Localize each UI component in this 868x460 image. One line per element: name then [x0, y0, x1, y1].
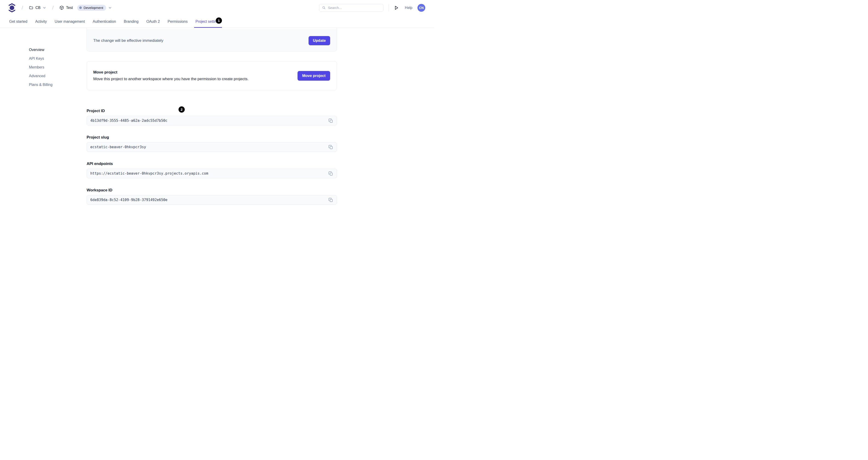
search-input[interactable]	[328, 6, 380, 10]
project-slug-label: Project slug	[87, 135, 337, 140]
api-endpoints-value: https://ecstatic-beaver-0hkvpcr3sy.proje…	[90, 172, 208, 176]
sidebar-item-plans-billing[interactable]: Plans & Billing	[29, 81, 87, 89]
tab-permissions[interactable]: Permissions	[168, 16, 188, 28]
header-actions: Help CN	[319, 4, 425, 12]
search-box[interactable]	[319, 4, 383, 12]
breadcrumb-separator: /	[22, 5, 23, 11]
sidebar-item-members[interactable]: Members	[29, 63, 87, 72]
play-icon[interactable]	[394, 5, 399, 10]
annotation-mark-2: 2	[179, 106, 185, 113]
move-project-text: Move project Move this project to anothe…	[93, 70, 249, 81]
annotation-mark-1: 1	[216, 18, 222, 24]
folder-icon	[29, 5, 33, 10]
ory-logo-icon[interactable]	[8, 3, 16, 13]
settings-sidebar: Overview API Keys Members Advanced Plans…	[0, 28, 87, 89]
project-slug-box: ecstatic-beaver-0hkvpcr3sy	[87, 142, 337, 152]
main-area: Overview API Keys Members Advanced Plans…	[0, 28, 434, 214]
move-project-button[interactable]: Move project	[298, 71, 330, 81]
project-breadcrumb[interactable]: Test Development	[60, 5, 112, 11]
breadcrumb-separator: /	[52, 5, 54, 11]
copy-icon	[328, 171, 333, 176]
header-divider	[389, 4, 389, 11]
tab-activity[interactable]: Activity	[35, 16, 47, 28]
move-project-description: Move this project to another workspace w…	[93, 77, 249, 81]
environment-label: Development	[84, 6, 103, 10]
project-name: Test	[66, 6, 72, 10]
workspace-breadcrumb[interactable]: CB	[29, 5, 46, 10]
project-slug-value: ecstatic-beaver-0hkvpcr3sy	[90, 145, 146, 149]
copy-project-id-button[interactable]	[328, 118, 334, 124]
chevron-down-icon	[108, 6, 112, 10]
copy-project-slug-button[interactable]	[328, 144, 334, 150]
chevron-down-icon	[42, 6, 46, 10]
tab-branding[interactable]: Branding	[124, 16, 138, 28]
sidebar-item-overview[interactable]: Overview	[29, 45, 87, 54]
copy-workspace-id-button[interactable]	[328, 197, 334, 203]
tab-get-started[interactable]: Get started	[9, 16, 27, 28]
sidebar-item-advanced[interactable]: Advanced	[29, 72, 87, 81]
project-identity-fields: Project ID 4b13df9d-3555-4485-a62a-2adc5…	[87, 109, 337, 205]
copy-icon	[328, 118, 333, 123]
copy-icon	[328, 145, 333, 150]
copy-api-endpoints-button[interactable]	[328, 171, 334, 177]
sidebar-item-api-keys[interactable]: API Keys	[29, 54, 87, 63]
workspace-name: CB	[35, 6, 40, 10]
environment-badge: Development	[77, 5, 106, 11]
project-id-value: 4b13df9d-3555-4485-a62a-2adc55d7b50c	[90, 119, 167, 123]
update-message: The change will be effective immediately	[93, 38, 163, 43]
move-project-card: Move project Move this project to anothe…	[87, 61, 337, 90]
top-header: / CB / Test Development	[0, 0, 434, 16]
package-icon	[60, 5, 64, 10]
api-endpoints-field: API endpoints https://ecstatic-beaver-0h…	[87, 161, 337, 178]
update-card-footer: The change will be effective immediately…	[87, 30, 337, 51]
workspace-id-value: 6de839da-8c52-4109-9b28-3791492e650e	[90, 198, 167, 202]
tab-authentication[interactable]: Authentication	[93, 16, 116, 28]
tab-user-management[interactable]: User management	[55, 16, 85, 28]
update-card-body-cut	[87, 28, 337, 30]
project-id-box: 4b13df9d-3555-4485-a62a-2adc55d7b50c	[87, 116, 337, 125]
api-endpoints-label: API endpoints	[87, 161, 337, 166]
avatar[interactable]: CN	[417, 4, 425, 12]
api-endpoints-box: https://ecstatic-beaver-0hkvpcr3sy.proje…	[87, 168, 337, 178]
settings-content: The change will be effective immediately…	[87, 28, 337, 214]
update-button[interactable]: Update	[309, 36, 330, 45]
tab-oauth2[interactable]: OAuth 2	[146, 16, 160, 28]
project-slug-field: Project slug ecstatic-beaver-0hkvpcr3sy	[87, 135, 337, 152]
workspace-id-field: Workspace ID 6de839da-8c52-4109-9b28-379…	[87, 188, 337, 205]
copy-icon	[328, 197, 333, 203]
project-id-field: Project ID 4b13df9d-3555-4485-a62a-2adc5…	[87, 109, 337, 125]
move-project-title: Move project	[93, 70, 249, 75]
search-icon	[322, 6, 326, 10]
update-card: The change will be effective immediately…	[87, 28, 337, 52]
environment-dot-icon	[79, 6, 82, 9]
workspace-id-box: 6de839da-8c52-4109-9b28-3791492e650e	[87, 195, 337, 205]
help-link[interactable]: Help	[405, 6, 412, 10]
project-settings-page: / CB / Test Development	[0, 0, 434, 230]
project-id-label: Project ID	[87, 109, 337, 113]
workspace-id-label: Workspace ID	[87, 188, 337, 192]
